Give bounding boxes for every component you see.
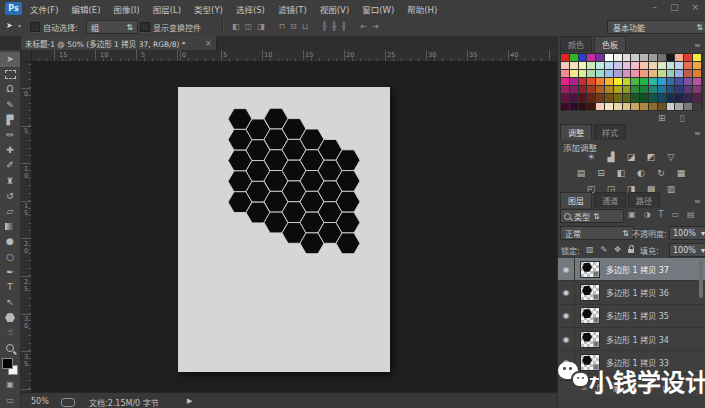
- rectangular-marquee-tool[interactable]: [0, 67, 20, 82]
- lasso-tool[interactable]: Ω: [0, 82, 20, 97]
- blur-tool[interactable]: ●: [0, 234, 20, 249]
- align-icon[interactable]: ╢: [342, 22, 347, 31]
- document-canvas[interactable]: [178, 87, 390, 372]
- close-button[interactable]: ×: [691, 2, 699, 12]
- color-swatch[interactable]: [596, 86, 604, 93]
- color-swatch[interactable]: [623, 54, 631, 61]
- layer-thumbnail[interactable]: [580, 261, 600, 278]
- layer-filter-icon[interactable]: ▭: [671, 210, 679, 219]
- panel-menu-icon[interactable]: ≡: [694, 197, 701, 206]
- menu-item[interactable]: 选择(S): [236, 3, 265, 15]
- color-swatch[interactable]: [640, 70, 648, 77]
- color-swatch[interactable]: [570, 86, 578, 93]
- color-swatch[interactable]: [561, 54, 569, 61]
- color-swatch[interactable]: [561, 86, 569, 93]
- color-swatch[interactable]: [684, 78, 692, 85]
- visibility-cell[interactable]: ◉: [558, 258, 575, 280]
- type-tool[interactable]: T: [0, 280, 20, 295]
- color-swatch[interactable]: [649, 86, 657, 93]
- align-icon[interactable]: ╫: [332, 22, 337, 31]
- color-swatch[interactable]: [649, 78, 657, 85]
- shape-tool[interactable]: [0, 310, 20, 325]
- color-swatch[interactable]: [623, 78, 631, 85]
- layer-thumbnail[interactable]: [580, 331, 600, 348]
- color-swatch[interactable]: [667, 70, 675, 77]
- new-swatch-icon[interactable]: ⊞: [658, 113, 666, 123]
- adjustment-icon[interactable]: ◧: [615, 167, 628, 179]
- tab-色板[interactable]: 色板: [594, 36, 626, 52]
- layer-filter-icon[interactable]: T: [659, 210, 664, 219]
- color-swatch[interactable]: [631, 62, 639, 69]
- color-swatch[interactable]: [658, 78, 666, 85]
- menu-item[interactable]: 文件(F): [30, 3, 59, 15]
- quick-mask-icon[interactable]: ▣: [0, 380, 20, 389]
- brush-tool[interactable]: ✐: [0, 158, 20, 173]
- color-swatch[interactable]: [675, 70, 683, 77]
- color-swatch[interactable]: [587, 70, 595, 77]
- color-swatch[interactable]: [614, 103, 622, 110]
- zoom-tool[interactable]: [0, 341, 20, 356]
- workspace-switcher[interactable]: 基本功能 ⇅: [607, 20, 705, 34]
- color-swatch[interactable]: [667, 54, 675, 61]
- auto-select-dropdown[interactable]: 组 ⇅: [86, 20, 138, 34]
- fill-field[interactable]: 100% ▾: [669, 243, 705, 257]
- layer-row[interactable]: ◉多边形 1 拷贝 37: [558, 258, 705, 281]
- delete-swatch-icon[interactable]: ▯: [680, 113, 685, 123]
- dodge-tool[interactable]: ○: [0, 249, 20, 264]
- adjustment-icon[interactable]: ↻: [655, 167, 668, 179]
- color-swatch[interactable]: [561, 62, 569, 69]
- visibility-cell[interactable]: ◉: [558, 328, 575, 350]
- color-swatch[interactable]: [675, 103, 683, 110]
- color-swatch[interactable]: [623, 62, 631, 69]
- color-swatch[interactable]: [693, 94, 701, 101]
- color-swatch[interactable]: [579, 70, 587, 77]
- color-swatch[interactable]: [623, 103, 631, 110]
- blend-mode-dropdown[interactable]: 正常 ⇅: [560, 226, 634, 240]
- color-swatch[interactable]: [605, 94, 613, 101]
- menu-item[interactable]: 窗口(W): [362, 3, 394, 15]
- color-swatch[interactable]: [561, 78, 569, 85]
- menu-item[interactable]: 类型(Y): [194, 3, 223, 15]
- hand-tool[interactable]: ☝: [0, 325, 20, 340]
- color-swatch[interactable]: [596, 78, 604, 85]
- color-swatch[interactable]: [631, 103, 639, 110]
- adjustment-icon[interactable]: ▽: [665, 151, 678, 163]
- color-swatch[interactable]: [684, 62, 692, 69]
- color-swatch[interactable]: [658, 70, 666, 77]
- color-swatch[interactable]: [623, 70, 631, 77]
- status-options-arrow-icon[interactable]: ▶: [187, 397, 192, 405]
- color-swatch[interactable]: [623, 86, 631, 93]
- color-swatch[interactable]: [570, 94, 578, 101]
- color-swatch[interactable]: [649, 103, 657, 110]
- adjustment-icon[interactable]: ▥: [665, 183, 678, 195]
- color-swatch[interactable]: [675, 62, 683, 69]
- adjustment-icon[interactable]: ◪: [625, 151, 638, 163]
- color-swatch[interactable]: [570, 62, 578, 69]
- quick-selection-tool[interactable]: ✎: [0, 98, 20, 113]
- color-swatch[interactable]: [570, 54, 578, 61]
- document-tab-close-icon[interactable]: ×: [205, 39, 212, 48]
- color-swatch[interactable]: [605, 54, 613, 61]
- align-icon[interactable]: ◧: [232, 22, 240, 31]
- lock-icon[interactable]: ✥: [614, 245, 621, 254]
- color-swatch[interactable]: [614, 86, 622, 93]
- color-swatch[interactable]: [693, 103, 701, 110]
- color-swatch[interactable]: [631, 70, 639, 77]
- color-swatch[interactable]: [649, 54, 657, 61]
- color-swatch[interactable]: [649, 70, 657, 77]
- color-swatch[interactable]: [605, 103, 613, 110]
- color-swatch[interactable]: [561, 103, 569, 110]
- color-swatch[interactable]: [693, 70, 701, 77]
- color-swatch[interactable]: [684, 86, 692, 93]
- panel-menu-icon[interactable]: ≡: [694, 41, 701, 50]
- document-tab[interactable]: 未标题-1 @ 50% (多边形 1 拷贝 37, RGB/8) * ×: [21, 36, 217, 50]
- color-swatch[interactable]: [561, 70, 569, 77]
- color-swatch[interactable]: [640, 62, 648, 69]
- color-swatch[interactable]: [605, 62, 613, 69]
- color-swatch[interactable]: [640, 94, 648, 101]
- color-swatch[interactable]: [667, 86, 675, 93]
- layer-row[interactable]: ◉多边形 1 拷贝 36: [558, 281, 705, 304]
- panel-menu-icon[interactable]: ≡: [694, 129, 701, 138]
- color-swatch[interactable]: [675, 54, 683, 61]
- color-swatch[interactable]: [579, 103, 587, 110]
